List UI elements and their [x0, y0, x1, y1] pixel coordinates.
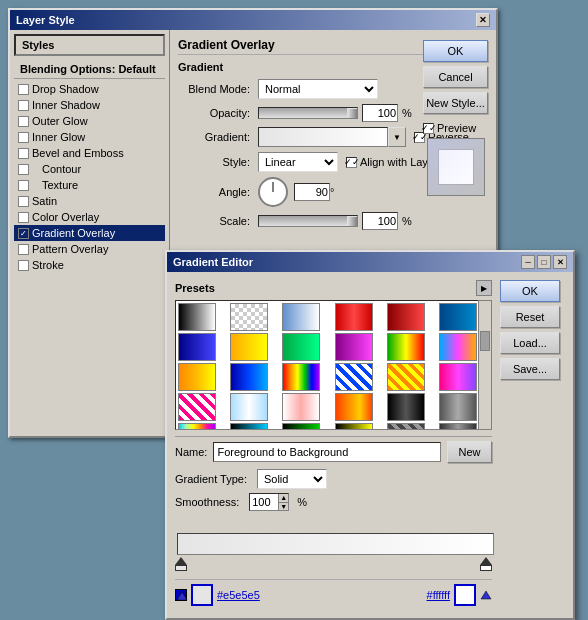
gradient-type-select[interactable]: Solid — [257, 469, 327, 489]
presets-grid[interactable] — [175, 300, 492, 430]
option-inner-shadow[interactable]: Inner Shadow — [14, 97, 165, 113]
preset-27[interactable] — [282, 423, 320, 430]
presets-scrollbar[interactable] — [478, 300, 492, 430]
option-bevel-emboss[interactable]: Bevel and Emboss — [14, 145, 165, 161]
new-style-button[interactable]: New Style... — [423, 92, 488, 114]
preset-8[interactable] — [230, 333, 268, 361]
inner-shadow-checkbox[interactable] — [18, 100, 29, 111]
outer-glow-checkbox[interactable] — [18, 116, 29, 127]
preset-2[interactable] — [230, 303, 268, 331]
left-color-swatch[interactable] — [191, 584, 213, 606]
preset-25[interactable] — [178, 423, 216, 430]
style-select[interactable]: Linear — [258, 152, 338, 172]
preset-5[interactable] — [387, 303, 425, 331]
option-outer-glow[interactable]: Outer Glow — [14, 113, 165, 129]
contour-checkbox[interactable] — [18, 164, 29, 175]
smoothness-spinner[interactable]: ▲ ▼ — [249, 493, 289, 511]
pattern-overlay-checkbox[interactable] — [18, 244, 29, 255]
preset-19[interactable] — [178, 393, 216, 421]
align-layer-checkbox[interactable]: ✓ — [346, 157, 357, 168]
gradient-overlay-checkbox[interactable]: ✓ — [18, 228, 29, 239]
right-color-stop[interactable] — [480, 557, 492, 571]
gradient-bar[interactable] — [177, 533, 494, 555]
name-input[interactable] — [213, 442, 441, 462]
close-icon[interactable]: ✕ — [476, 13, 490, 27]
preset-10[interactable] — [335, 333, 373, 361]
preset-28[interactable] — [335, 423, 373, 430]
preset-29[interactable] — [387, 423, 425, 430]
preset-26[interactable] — [230, 423, 268, 430]
gradient-dropdown-arrow[interactable]: ▼ — [388, 127, 406, 147]
color-stops-row — [175, 557, 492, 571]
preset-11[interactable] — [387, 333, 425, 361]
opacity-input[interactable] — [362, 104, 398, 122]
preset-24[interactable] — [439, 393, 477, 421]
color-overlay-checkbox[interactable] — [18, 212, 29, 223]
option-drop-shadow[interactable]: Drop Shadow — [14, 81, 165, 97]
ge-save-button[interactable]: Save... — [500, 358, 560, 380]
angle-unit: ° — [330, 186, 334, 198]
new-button[interactable]: New — [447, 441, 492, 463]
smoothness-spin-up[interactable]: ▲ — [279, 494, 288, 503]
option-contour[interactable]: Contour — [14, 161, 165, 177]
option-texture[interactable]: Texture — [14, 177, 165, 193]
ok-button[interactable]: OK — [423, 40, 488, 62]
satin-checkbox[interactable] — [18, 196, 29, 207]
drop-shadow-checkbox[interactable] — [18, 84, 29, 95]
preset-22[interactable] — [335, 393, 373, 421]
preset-16[interactable] — [335, 363, 373, 391]
angle-dial[interactable] — [258, 177, 288, 207]
preset-1[interactable] — [178, 303, 216, 331]
opacity-slider[interactable] — [258, 107, 358, 119]
preset-17[interactable] — [387, 363, 425, 391]
preset-18[interactable] — [439, 363, 477, 391]
preset-15[interactable] — [282, 363, 320, 391]
blending-options-header[interactable]: Blending Options: Default — [14, 60, 165, 79]
texture-checkbox[interactable] — [18, 180, 29, 191]
preset-30[interactable] — [439, 423, 477, 430]
close-icon[interactable]: ✕ — [553, 255, 567, 269]
left-color-stop[interactable] — [175, 557, 187, 571]
preset-3[interactable] — [282, 303, 320, 331]
ge-reset-button[interactable]: Reset — [500, 306, 560, 328]
preset-23[interactable] — [387, 393, 425, 421]
preview-checkbox[interactable]: ✓ — [423, 123, 434, 134]
preset-13[interactable] — [178, 363, 216, 391]
option-color-overlay[interactable]: Color Overlay — [14, 209, 165, 225]
bevel-emboss-checkbox[interactable] — [18, 148, 29, 159]
preset-9[interactable] — [282, 333, 320, 361]
ge-load-button[interactable]: Load... — [500, 332, 560, 354]
gradient-preview[interactable] — [258, 127, 388, 147]
preset-7[interactable] — [178, 333, 216, 361]
option-inner-glow[interactable]: Inner Glow — [14, 129, 165, 145]
option-gradient-overlay[interactable]: ✓ Gradient Overlay — [14, 225, 165, 241]
maximize-icon[interactable]: □ — [537, 255, 551, 269]
stroke-checkbox[interactable] — [18, 260, 29, 271]
scale-slider[interactable] — [258, 215, 358, 227]
preset-14[interactable] — [230, 363, 268, 391]
option-stroke[interactable]: Stroke — [14, 257, 165, 273]
scrollbar-thumb[interactable] — [480, 331, 490, 351]
blend-mode-select[interactable]: Normal — [258, 79, 378, 99]
cancel-button[interactable]: Cancel — [423, 66, 488, 88]
preset-12[interactable] — [439, 333, 477, 361]
scale-input[interactable] — [362, 212, 398, 230]
option-satin[interactable]: Satin — [14, 193, 165, 209]
ge-ok-button[interactable]: OK — [500, 280, 560, 302]
presets-arrow-btn[interactable]: ▶ — [476, 280, 492, 296]
left-color-hex[interactable]: #e5e5e5 — [217, 589, 260, 601]
option-pattern-overlay[interactable]: Pattern Overlay — [14, 241, 165, 257]
preset-4[interactable] — [335, 303, 373, 331]
styles-header[interactable]: Styles — [14, 34, 165, 56]
preset-6[interactable] — [439, 303, 477, 331]
preset-20[interactable] — [230, 393, 268, 421]
smoothness-unit: % — [297, 496, 307, 508]
right-color-swatch[interactable] — [454, 584, 476, 606]
inner-glow-checkbox[interactable] — [18, 132, 29, 143]
minimize-icon[interactable]: ─ — [521, 255, 535, 269]
smoothness-input[interactable] — [250, 496, 278, 508]
preset-21[interactable] — [282, 393, 320, 421]
angle-input[interactable] — [294, 183, 330, 201]
smoothness-spin-down[interactable]: ▼ — [279, 503, 288, 511]
right-color-hex[interactable]: #ffffff — [427, 589, 450, 601]
